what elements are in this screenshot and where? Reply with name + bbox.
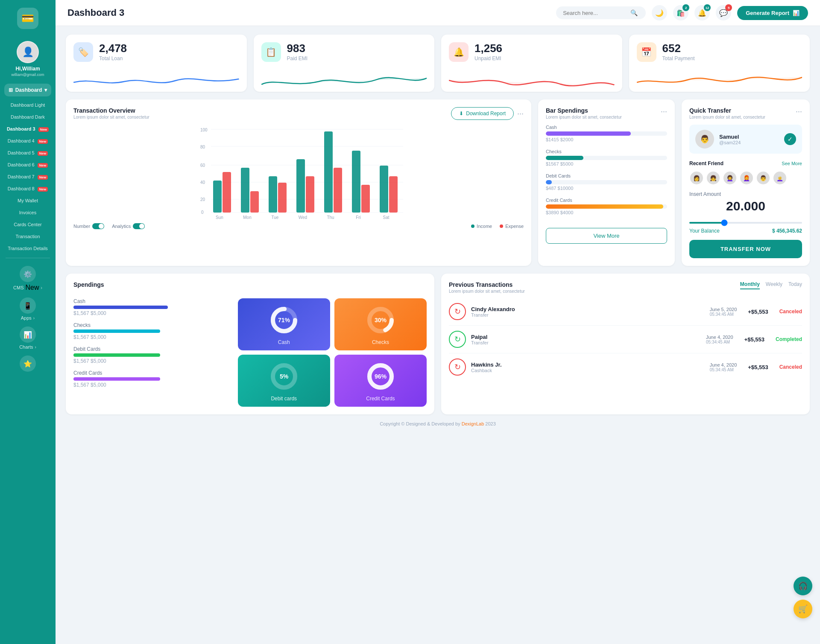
tab-weekly[interactable]: Weekly [766, 281, 782, 289]
balance-label: Your Balance [689, 228, 720, 234]
sidebar-item-transaction-details[interactable]: Transaction Details [0, 242, 56, 254]
friend-avatar-5[interactable]: 👨 [756, 171, 770, 185]
donut-grid: 71% Cash 30% Che [238, 298, 427, 407]
cart-fab[interactable]: 🛒 [794, 600, 812, 618]
shopping-btn[interactable]: 🛍️ 2 [673, 5, 688, 20]
debit-bar [73, 353, 160, 357]
svg-text:Fri: Fri [356, 215, 361, 219]
sidebar-item-charts[interactable]: 📊 Charts › [0, 322, 56, 351]
arrow-icon: › [33, 316, 35, 321]
friends-avatars: 👩 👧 👩‍🦱 👩‍🦰 👨 👩‍🦳 [689, 171, 802, 185]
sidebar-item-invoices[interactable]: Invoices [0, 207, 56, 219]
spending-credit-row: Credit Cards $3890 $4000 [546, 198, 667, 215]
transaction-overview-card: Transaction Overview Lorem ipsum dolor s… [66, 99, 531, 266]
table-row: ↻ Hawkins Jr. Cashback June 4, 2020 05:3… [449, 353, 802, 381]
download-icon: ⬇ [459, 111, 463, 117]
see-more-link[interactable]: See More [782, 161, 802, 166]
transfer-now-button[interactable]: TRANSFER NOW [689, 240, 802, 258]
notifications-btn[interactable]: 🔔 12 [694, 5, 710, 20]
stats-row: 🏷️ 2,478 Total Loan [66, 35, 810, 92]
total-payment-label: Total Payment [662, 55, 695, 61]
svg-text:Wed: Wed [299, 215, 307, 219]
dashboard-btn-label: Dashboard [15, 87, 42, 93]
svg-text:80: 80 [200, 145, 205, 149]
expense-dot [500, 224, 503, 228]
new-badge: New [38, 175, 48, 180]
generate-report-button[interactable]: Generate Report 📊 [737, 6, 808, 20]
charts-icon: 📊 [20, 326, 36, 343]
sidebar-item-cards-center[interactable]: Cards Center [0, 219, 56, 230]
trans-name-1: Cindy Alexandro [471, 306, 515, 312]
amount-slider[interactable] [689, 222, 802, 224]
search-input[interactable] [563, 10, 627, 16]
friend-avatar-4[interactable]: 👩‍🦰 [739, 171, 754, 185]
quick-transfer-title: Quick Transfer [689, 107, 765, 114]
generate-btn-label: Generate Report [746, 10, 789, 16]
friend-avatar-2[interactable]: 👧 [706, 171, 720, 185]
svg-text:30%: 30% [375, 317, 387, 323]
svg-rect-20 [241, 168, 249, 213]
spending-item-cash: Cash $1,567 $5,000 [73, 298, 231, 316]
trans-icon-2: ↻ [449, 331, 466, 348]
friend-avatar-6[interactable]: 👩‍🦳 [773, 171, 787, 185]
bar-spendings-title: Bar Spendings [546, 107, 622, 114]
sidebar-item-dashboard8[interactable]: Dashboard 8 New [0, 183, 56, 195]
chart-legend: Number Analytics Income [73, 223, 524, 229]
transaction-overview-title: Transaction Overview [73, 107, 149, 114]
insert-amount-label: Insert Amount [689, 191, 802, 197]
svg-text:60: 60 [200, 163, 205, 168]
analytics-toggle[interactable] [133, 223, 145, 229]
sidebar-item-favorites[interactable]: ⭐ [0, 351, 56, 375]
donut-checks: 30% Checks [334, 298, 427, 350]
theme-toggle-btn[interactable]: 🌙 [652, 5, 667, 20]
main-content: Dashboard 3 🔍 🌙 🛍️ 2 🔔 12 💬 5 Ge [56, 0, 820, 644]
balance-value: $ 456,345.62 [772, 228, 802, 234]
tab-monthly[interactable]: Monthly [740, 281, 760, 289]
bar-spendings-more-btn[interactable]: ··· [661, 107, 667, 116]
topbar-actions: 🔍 🌙 🛍️ 2 🔔 12 💬 5 Generate Report 📊 [556, 5, 808, 20]
quick-transfer-more-btn[interactable]: ··· [796, 107, 802, 116]
sidebar-item-dashboard7[interactable]: Dashboard 7 New [0, 171, 56, 183]
charts-label: Charts [19, 344, 33, 350]
shopping-badge: 2 [682, 4, 689, 11]
svg-rect-30 [334, 168, 342, 213]
search-box[interactable]: 🔍 [556, 6, 646, 19]
sidebar-item-transaction[interactable]: Transaction [0, 230, 56, 242]
sidebar-item-dashboard5[interactable]: Dashboard 5 New [0, 147, 56, 159]
footer-link[interactable]: DexignLab [462, 421, 484, 426]
number-toggle[interactable] [92, 223, 104, 229]
trans-date-2: June 4, 2020 05:34:45 AM [706, 335, 733, 344]
unpaid-emi-value: 1,256 [474, 42, 502, 55]
sidebar-item-dashboard-dark[interactable]: Dashboard Dark [0, 111, 56, 123]
dashboard-dropdown-btn[interactable]: ⊞ Dashboard ▾ [4, 84, 51, 96]
support-fab[interactable]: 🎧 [794, 577, 812, 595]
view-more-button[interactable]: View More [546, 228, 667, 244]
trans-icon-1: ↻ [449, 303, 466, 320]
apps-label: Apps [21, 315, 32, 321]
credit-label: Credit Cards [546, 198, 667, 203]
sidebar-item-cms[interactable]: ⚙️ CMS New › [0, 262, 56, 293]
sidebar-item-dashboard6[interactable]: Dashboard 6 New [0, 159, 56, 171]
avatar: 👤 [17, 41, 39, 63]
messages-btn[interactable]: 💬 5 [716, 5, 731, 20]
more-options-btn[interactable]: ··· [517, 109, 524, 118]
tab-today[interactable]: Today [788, 281, 802, 289]
sidebar-item-dashboard4[interactable]: Dashboard 4 New [0, 135, 56, 147]
friend-avatar-1[interactable]: 👩 [689, 171, 704, 185]
paid-emi-value: 983 [287, 42, 308, 55]
user-name: Hi,William [15, 66, 40, 72]
sidebar-item-dashboard3[interactable]: Dashboard 3 New [0, 123, 56, 135]
friend-avatar-3[interactable]: 👩‍🦱 [723, 171, 737, 185]
svg-text:71%: 71% [278, 317, 290, 323]
sidebar-logo[interactable]: 💳 [0, 0, 56, 35]
quick-transfer-subtitle: Lorem ipsum dolor sit amet, consectetur [689, 115, 765, 119]
main-grid: Transaction Overview Lorem ipsum dolor s… [66, 99, 810, 266]
star-icon: ⭐ [20, 356, 36, 372]
download-report-button[interactable]: ⬇ Download Report [451, 107, 514, 120]
debit-label: Debit Cards [546, 173, 667, 178]
sidebar-item-my-wallet[interactable]: My Wallet [0, 195, 56, 207]
sidebar-item-apps[interactable]: 📱 Apps › [0, 293, 56, 322]
sidebar-item-dashboard-light[interactable]: Dashboard Light [0, 99, 56, 111]
svg-text:40: 40 [200, 180, 205, 185]
svg-text:96%: 96% [375, 373, 387, 380]
